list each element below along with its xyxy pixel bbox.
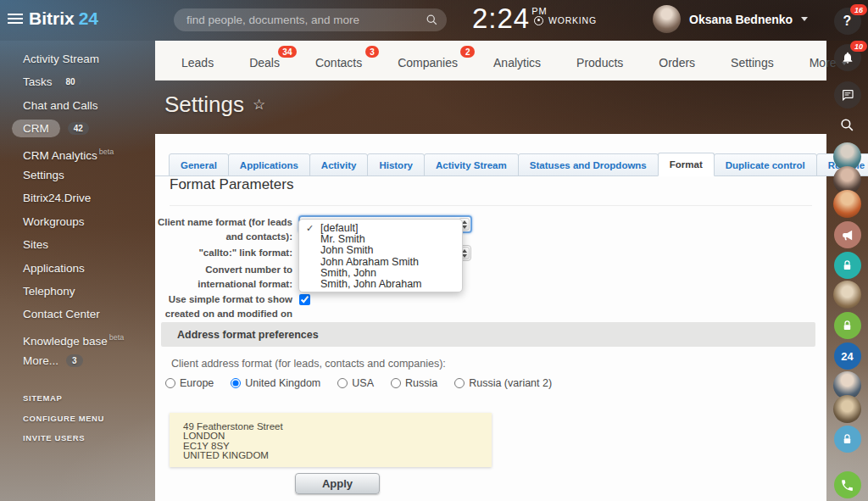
sidebar-item-sites[interactable]: Sites: [0, 233, 155, 256]
sidebar-item-bitrix24-drive[interactable]: Bitrix24.Drive: [0, 186, 155, 209]
sidebar-link-sitemap[interactable]: SITEMAP: [0, 388, 155, 409]
tab-general[interactable]: General: [169, 153, 229, 176]
messenger-button[interactable]: [834, 81, 861, 109]
top-bar: Bitrix24 find people, documents, and mor…: [0, 0, 868, 41]
clock-time: 2:24: [472, 3, 530, 34]
private-chat-button[interactable]: [834, 312, 861, 339]
status-label: WORKING: [548, 15, 597, 25]
sidebar-item-crm-analytics[interactable]: CRM Analyticsbeta: [0, 141, 155, 164]
tab-format[interactable]: Format: [658, 153, 715, 176]
sidebar-item-crm[interactable]: CRM42: [0, 117, 155, 140]
tab-activity[interactable]: Activity: [309, 153, 369, 176]
dropdown-option-smith-john-abraham[interactable]: Smith, John Abraham: [299, 279, 462, 290]
phone-button[interactable]: [834, 471, 861, 498]
menu-icon[interactable]: [8, 14, 23, 26]
sidebar-item-label: Activity Stream: [23, 53, 99, 65]
tab-history[interactable]: History: [367, 153, 425, 176]
question-mark-icon: ?: [843, 14, 852, 29]
logo[interactable]: Bitrix24: [29, 8, 98, 29]
search-button[interactable]: [837, 114, 859, 136]
address-preview: 49 Featherstone StreetLONDONEC1Y 8SYUNIT…: [170, 413, 492, 467]
search-icon[interactable]: [426, 14, 438, 26]
private-chat-button[interactable]: [834, 252, 861, 279]
nav-item-label: Contacts: [315, 56, 362, 70]
avatar[interactable]: [833, 281, 861, 309]
lock-icon: [841, 320, 854, 332]
radio-label: Russia: [405, 377, 437, 389]
chat-icon: [841, 88, 854, 102]
check-icon: ✓: [306, 223, 314, 234]
sidebar-item-telephony[interactable]: Telephony: [0, 280, 155, 303]
radio-input[interactable]: [337, 378, 348, 388]
sidebar-link-invite-users[interactable]: INVITE USERS: [0, 428, 155, 448]
nav-item-deals[interactable]: Deals34: [231, 41, 298, 81]
sidebar-item-label: Sites: [23, 238, 48, 251]
tab-applications[interactable]: Applications: [228, 153, 310, 176]
sidebar-item-more[interactable]: More...3: [0, 349, 155, 372]
search-icon: [839, 117, 855, 133]
counter-badge: 34: [278, 46, 297, 58]
radio-input[interactable]: [165, 378, 175, 388]
radio-russia-variant-2[interactable]: Russia (variant 2): [454, 377, 552, 389]
counter-badge: 42: [68, 122, 89, 135]
radio-input[interactable]: [391, 378, 401, 388]
sidebar-item-workgroups[interactable]: Workgroups: [0, 210, 155, 233]
client-name-format-dropdown: ✓[default]Mr. SmithJohn SmithJohn Abraha…: [298, 219, 463, 292]
avatar[interactable]: [833, 190, 861, 218]
nav-item-contacts[interactable]: Contacts3: [298, 41, 380, 81]
tab-duplicate-control[interactable]: Duplicate control: [714, 153, 817, 176]
settings-panel: GeneralApplicationsActivityHistoryActivi…: [155, 134, 826, 501]
radio-input[interactable]: [231, 378, 241, 388]
help-button[interactable]: ? 16: [834, 8, 861, 35]
nav-item-settings[interactable]: Settings: [713, 41, 792, 81]
nav-item-analytics[interactable]: Analytics: [476, 41, 559, 81]
bitrix24-chat-button[interactable]: 24: [834, 342, 861, 370]
counter-badge: 2: [460, 46, 475, 58]
sidebar-item-chat-and-calls[interactable]: Chat and Calls: [0, 94, 155, 117]
user-menu[interactable]: Oksana Bednenko: [653, 5, 808, 33]
sidebar-item-activity-stream[interactable]: Activity Stream: [0, 47, 155, 70]
announcement-button[interactable]: [834, 221, 861, 248]
nav-item-orders[interactable]: Orders: [641, 41, 713, 81]
private-chat-button[interactable]: [834, 426, 861, 453]
simple-format-checkbox[interactable]: [299, 294, 310, 305]
notifications-button[interactable]: 10: [834, 44, 861, 71]
sidebar-item-label: Applications: [23, 262, 85, 275]
work-status[interactable]: WORKING: [534, 15, 597, 25]
radio-russia[interactable]: Russia: [391, 377, 437, 389]
avatar[interactable]: [833, 395, 861, 423]
sidebar-item-applications[interactable]: Applications: [0, 257, 155, 280]
sidebar-item-knowledge-base[interactable]: Knowledge basebeta: [0, 326, 155, 349]
client-name-format-label: Client name format (for leads and contac…: [155, 215, 292, 245]
sidebar-item-settings[interactable]: Settings: [0, 164, 155, 186]
help-badge: 16: [850, 4, 866, 15]
search-input[interactable]: find people, documents, and more: [174, 8, 447, 31]
tab-statuses-and-dropdowns[interactable]: Statuses and Dropdowns: [518, 153, 659, 176]
favorite-star-icon[interactable]: ☆: [253, 96, 265, 114]
sidebar-item-contact-center[interactable]: Contact Center: [0, 303, 155, 326]
radio-europe[interactable]: Europe: [165, 377, 214, 389]
address-line: 49 Featherstone Street: [183, 422, 492, 431]
radio-input[interactable]: [454, 378, 465, 388]
left-sidebar: Activity StreamTasks80Chat and CallsCRM4…: [0, 41, 155, 448]
status-icon: [534, 16, 543, 25]
address-format-options: EuropeUnited KingdomUSARussiaRussia (var…: [165, 377, 552, 389]
main-area: LeadsDeals34Contacts3Companies2Analytics…: [155, 41, 826, 501]
apply-button[interactable]: Apply: [295, 473, 380, 494]
page-title: Settings ☆: [164, 92, 265, 118]
phone-icon: [840, 478, 854, 493]
radio-usa[interactable]: USA: [337, 377, 374, 389]
nav-item-companies[interactable]: Companies2: [380, 41, 476, 81]
divider: [170, 205, 812, 206]
tab-activity-stream[interactable]: Activity Stream: [424, 153, 519, 176]
sidebar-item-tasks[interactable]: Tasks80: [0, 70, 155, 93]
dropdown-option-label: Smith, John Abraham: [320, 278, 422, 290]
page-title-text: Settings: [164, 92, 244, 118]
sidebar-link-configure-menu[interactable]: CONFIGURE MENU: [0, 409, 155, 429]
address-preferences-header: Address format preferences: [161, 322, 815, 347]
nav-item-products[interactable]: Products: [559, 41, 641, 81]
search-placeholder: find people, documents, and more: [174, 8, 447, 31]
nav-item-leads[interactable]: Leads: [164, 41, 231, 81]
right-sidebar: ? 16 10 24: [826, 0, 868, 501]
radio-united-kingdom[interactable]: United Kingdom: [231, 377, 320, 389]
